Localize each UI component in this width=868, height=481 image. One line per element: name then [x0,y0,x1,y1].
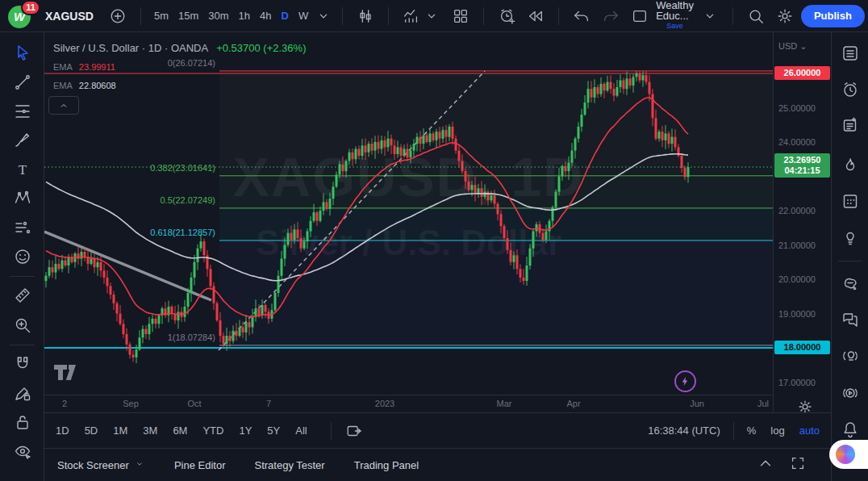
alerts-icon[interactable] [841,80,860,99]
indicators-chevron-down-icon[interactable] [423,7,440,25]
fib-level-label-0.5: 0.5(22.07249) [86,195,215,205]
symbol-change: +0.53700 (+2.36%) [216,42,306,54]
chevron-down-icon [134,458,145,472]
price-tick-label: 22.00000 [778,206,816,215]
search-icon[interactable] [747,7,765,25]
go-to-date-icon[interactable] [345,422,363,440]
calendar-icon[interactable] [841,191,860,211]
range-button-5D[interactable]: 5D [85,425,98,437]
symbol-info-row[interactable]: Silver / U.S. Dollar · 1D · OANDA +0.537… [48,40,311,56]
account-chevron-down-icon[interactable] [701,7,719,25]
timeframe-D[interactable]: D [282,10,289,22]
symbol-title[interactable]: Silver / U.S. Dollar · 1D · OANDA [53,42,208,54]
notes-icon[interactable] [841,115,860,135]
ideas-icon[interactable] [841,228,860,247]
publish-button[interactable]: Publish [801,5,865,27]
timeframe-chevron-down-icon[interactable] [315,7,332,25]
zoom-in-tool-icon[interactable] [12,315,33,336]
ai-assistant-pill[interactable] [829,440,868,469]
clock-timezone[interactable]: 16:38:44 (UTC) [648,425,720,437]
brush-tool-icon[interactable] [12,130,33,151]
grid-layout-icon[interactable] [452,7,469,25]
time-tick-label: 2023 [375,399,394,408]
lightning-badge-icon[interactable] [674,370,696,392]
emoji-tool-icon[interactable] [12,246,33,267]
range-button-All[interactable]: All [295,425,307,437]
settings-gear-icon[interactable] [776,7,794,25]
price-tick-label: 17.00000 [778,378,816,387]
divider [10,345,35,345]
xabcd-pattern-tool-icon[interactable] [12,188,33,209]
bar-replay-icon[interactable] [527,7,545,25]
fullscreen-panel-icon[interactable] [789,454,807,475]
timeframe-W[interactable]: W [298,10,308,22]
range-button-YTD[interactable]: YTD [202,425,223,437]
range-button-1D[interactable]: 1D [56,425,69,437]
tab-trading-panel[interactable]: Trading Panel [354,459,419,471]
range-button-3M[interactable]: 3M [143,425,157,437]
time-tick-label: Sep [123,399,139,408]
range-button-5Y[interactable]: 5Y [267,425,280,437]
time-axis[interactable]: 2SepOct72023MarAprJunJul [44,395,773,412]
auto-scale-button[interactable]: auto [799,425,820,437]
divider [733,422,734,440]
video-ideas-icon[interactable] [841,383,860,403]
indicators-icon[interactable] [403,7,420,25]
fib-retracement-tool-icon[interactable] [12,101,33,122]
chat-icon[interactable] [841,310,860,329]
ema-legend-row[interactable]: EMA 23.99911 [48,61,120,73]
price-badge-23.26950: 23.2695004:21:15 [774,153,830,178]
range-button-6M[interactable]: 6M [173,425,187,437]
hotlists-icon[interactable] [841,156,860,175]
collapse-legend-button[interactable] [48,96,79,115]
create-alert-icon[interactable] [498,7,515,25]
lock-all-drawings-tool-icon[interactable] [12,412,33,433]
notification-count-badge: 11 [21,0,40,15]
percent-scale-button[interactable]: % [747,425,757,437]
notifications-icon[interactable] [841,420,860,439]
tab-stock-screener[interactable]: Stock Screener [57,458,145,472]
minds-icon[interactable] [841,274,860,294]
timeframe-30m[interactable]: 30m [208,10,228,22]
expand-panel-chevron-icon[interactable] [757,454,774,475]
timeframe-1h[interactable]: 1h [239,10,250,22]
time-tick-label: Jul [757,399,769,408]
timeframe-4h[interactable]: 4h [260,10,271,22]
time-tick-label: 2 [62,399,67,408]
cursor-tool-icon[interactable] [12,43,33,64]
price-axis[interactable]: USD ⌄ 25.0000024.0000022.0000021.0000020… [773,32,831,412]
add-symbol-icon[interactable] [109,7,127,25]
save-layout-icon[interactable] [631,7,649,25]
range-button-1Y[interactable]: 1Y [239,425,252,437]
tab-strategy-tester[interactable]: Strategy Tester [254,459,324,471]
chart-canvas[interactable]: XAGUSD, 1D Silver / U.S. Dollar Silver /… [44,32,773,395]
ema-legend-row[interactable]: EMA 22.80608 [48,80,121,91]
chevron-up-icon [59,101,69,111]
watchlist-icon[interactable] [841,44,860,63]
undo-icon[interactable] [573,7,590,25]
trend-line-tool-icon[interactable] [12,72,33,93]
drawing-mode-tool-icon[interactable] [12,383,33,404]
account-logo[interactable]: W 11 [6,2,34,30]
redo-icon[interactable] [602,7,620,25]
chart-style-icon[interactable] [357,7,374,25]
text-tool-icon[interactable]: T [12,159,33,180]
tab-pine-editor[interactable]: Pine Editor [174,459,226,471]
divider [140,7,141,25]
log-scale-button[interactable]: log [770,425,784,437]
currency-dropdown[interactable]: USD ⌄ [778,41,807,52]
live-streams-icon[interactable] [841,346,860,366]
symbol-name[interactable]: XAGUSD [45,10,94,23]
account-menu[interactable]: Wealthy Educ... Save [656,0,694,31]
magnet-tool-icon[interactable] [12,353,33,374]
hide-all-drawings-tool-icon[interactable] [12,441,33,462]
timeframe-5m[interactable]: 5m [154,10,169,22]
measure-tool-icon[interactable] [12,285,33,306]
range-button-1M[interactable]: 1M [113,425,127,437]
tradingview-logo-icon[interactable] [53,364,81,384]
bottom-panel: Stock ScreenerPine EditorStrategy Tester… [44,449,831,481]
indicator-value: 22.80608 [79,81,116,90]
timeframe-15m[interactable]: 15m [178,10,198,22]
save-link[interactable]: Save [666,21,683,31]
forecast-tool-icon[interactable] [12,217,33,238]
